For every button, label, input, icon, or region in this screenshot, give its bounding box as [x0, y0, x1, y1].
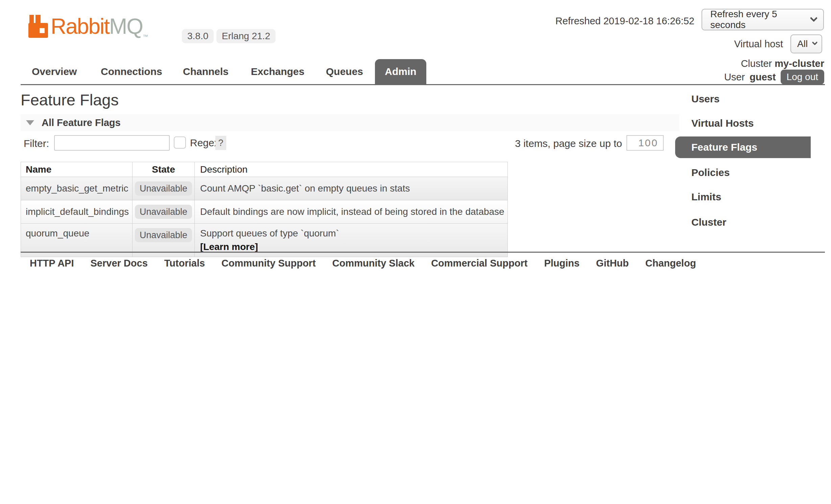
- refresh-interval-select[interactable]: Refresh every 5 seconds: [702, 9, 824, 30]
- column-header-state[interactable]: State: [133, 162, 195, 177]
- cluster-name: my-cluster: [775, 58, 824, 69]
- refresh-interval-value: Refresh every 5 seconds: [710, 9, 811, 30]
- feature-flag-description: Support queues of type `quorum`: [200, 228, 507, 239]
- status-badge: Unavailable: [135, 228, 192, 242]
- user-name: guest: [750, 72, 776, 83]
- feature-flag-state-cell: Unavailable: [133, 177, 195, 200]
- erlang-version-badge: Erlang 21.2: [216, 29, 276, 43]
- footer-links: HTTP API Server Docs Tutorials Community…: [30, 258, 696, 269]
- footer-link-server-docs[interactable]: Server Docs: [91, 258, 148, 269]
- regex-label: Regex: [190, 137, 219, 149]
- logo-wordmark: RabbitMQ™: [51, 15, 148, 48]
- tab-connections[interactable]: Connections: [101, 59, 162, 84]
- all-feature-flags-section-header[interactable]: All Feature Flags: [21, 114, 679, 131]
- column-header-description: Description: [195, 162, 508, 177]
- table-row: implicit_default_bindings Unavailable De…: [21, 200, 508, 224]
- items-page-size-label: 3 items, page size up to: [515, 138, 622, 149]
- feature-flag-name: empty_basic_get_metric: [21, 177, 133, 200]
- footer-link-http-api[interactable]: HTTP API: [30, 258, 74, 269]
- footer-divider: [21, 252, 825, 253]
- nav-divider: [21, 84, 825, 85]
- tab-exchanges[interactable]: Exchanges: [251, 59, 304, 84]
- sidebar-item-limits[interactable]: Limits: [691, 191, 721, 203]
- sidebar-item-users[interactable]: Users: [691, 93, 719, 105]
- footer-link-changelog[interactable]: Changelog: [645, 258, 696, 269]
- sidebar-item-virtual-hosts[interactable]: Virtual Hosts: [691, 118, 754, 129]
- feature-flags-table: Name State Description empty_basic_get_m…: [21, 162, 508, 257]
- column-header-name[interactable]: Name: [21, 162, 133, 177]
- tab-queues[interactable]: Queues: [326, 59, 363, 84]
- table-row: empty_basic_get_metric Unavailable Count…: [21, 177, 508, 200]
- virtual-host-value: All: [797, 39, 808, 49]
- version-badge: 3.8.0: [182, 29, 214, 43]
- section-title: All Feature Flags: [42, 117, 121, 128]
- virtual-host-label: Virtual host: [734, 39, 783, 50]
- chevron-down-icon: [810, 14, 818, 22]
- footer-link-github[interactable]: GitHub: [596, 258, 629, 269]
- sidebar-item-policies[interactable]: Policies: [691, 167, 730, 178]
- rabbitmq-management-page: RabbitMQ™ 3.8.0 Erlang 21.2 Refreshed 20…: [0, 0, 831, 504]
- collapse-triangle-icon: [26, 120, 34, 125]
- filter-input[interactable]: [54, 135, 170, 151]
- rabbitmq-logo[interactable]: RabbitMQ™: [28, 15, 148, 48]
- logout-button[interactable]: Log out: [781, 70, 824, 84]
- tab-admin[interactable]: Admin: [375, 59, 426, 84]
- sidebar-item-feature-flags[interactable]: Feature Flags: [675, 136, 811, 158]
- footer-link-commercial-support[interactable]: Commercial Support: [431, 258, 527, 269]
- cluster-info: Cluster my-cluster: [741, 58, 824, 69]
- footer-link-community-slack[interactable]: Community Slack: [332, 258, 414, 269]
- page-title: Feature Flags: [21, 91, 119, 109]
- user-info: User guest Log out: [724, 70, 824, 84]
- chevron-down-icon: [812, 40, 818, 45]
- virtual-host-select[interactable]: All: [790, 34, 822, 53]
- footer-link-community-support[interactable]: Community Support: [221, 258, 316, 269]
- filter-label: Filter:: [24, 138, 49, 149]
- learn-more-link[interactable]: [Learn more]: [200, 242, 507, 252]
- feature-flag-state-cell: Unavailable: [133, 200, 195, 224]
- footer-link-tutorials[interactable]: Tutorials: [164, 258, 205, 269]
- tab-overview[interactable]: Overview: [32, 59, 77, 84]
- user-label: User: [724, 72, 745, 83]
- table-header-row: Name State Description: [21, 162, 508, 177]
- feature-flag-description: Count AMQP `basic.get` on empty queues i…: [195, 177, 508, 200]
- status-badge: Unavailable: [135, 181, 192, 196]
- refreshed-timestamp: Refreshed 2019-02-18 16:26:52: [555, 16, 694, 27]
- regex-help-icon[interactable]: ?: [215, 136, 226, 150]
- footer-link-plugins[interactable]: Plugins: [544, 258, 579, 269]
- rabbitmq-rabbit-icon: [28, 15, 48, 38]
- sidebar-item-cluster[interactable]: Cluster: [691, 217, 726, 228]
- tab-channels[interactable]: Channels: [183, 59, 229, 84]
- feature-flag-description: Default bindings are now implicit, inste…: [195, 200, 508, 224]
- page-size-input[interactable]: [626, 135, 664, 151]
- regex-checkbox[interactable]: [174, 136, 186, 149]
- cluster-label: Cluster: [741, 58, 772, 69]
- status-badge: Unavailable: [135, 205, 192, 219]
- trademark-symbol: ™: [143, 34, 148, 40]
- feature-flag-name: implicit_default_bindings: [21, 200, 133, 224]
